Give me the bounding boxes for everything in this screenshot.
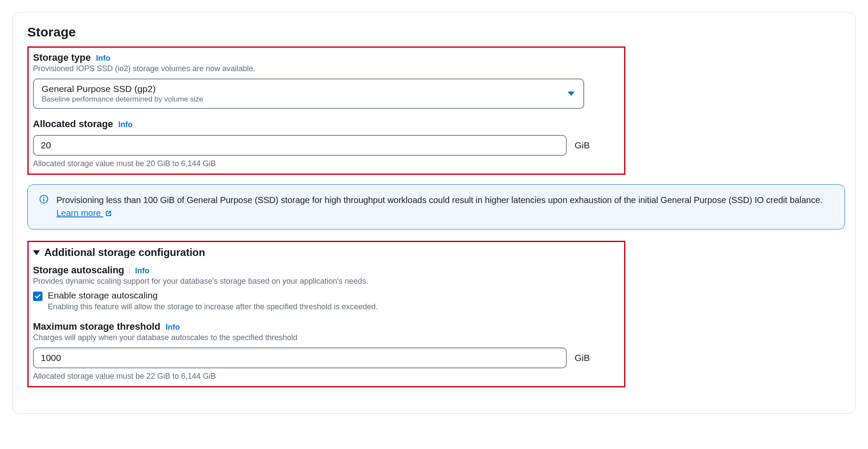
storage-type-select[interactable]: General Purpose SSD (gp2) Baseline perfo… <box>33 79 584 109</box>
max-threshold-constraint: Allocated storage value must be 22 GiB t… <box>33 372 620 381</box>
caret-down-icon <box>568 92 575 96</box>
enable-autoscaling-checkbox[interactable] <box>33 292 43 301</box>
storage-autoscaling-info-link[interactable]: Info <box>135 266 149 275</box>
storage-type-label-row: Storage type Info <box>33 52 620 63</box>
check-icon <box>34 293 41 300</box>
info-alert-body: Provisioning less than 100 GiB of Genera… <box>56 195 822 205</box>
highlight-box-bottom: Additional storage configuration Storage… <box>27 241 625 387</box>
allocated-storage-label: Allocated storage <box>33 118 113 130</box>
storage-autoscaling-label: Storage autoscaling <box>33 265 124 276</box>
storage-type-selected-main: General Purpose SSD (gp2) <box>42 84 562 94</box>
storage-type-selected-sub: Baseline performance determined by volum… <box>42 95 562 104</box>
info-alert-text: Provisioning less than 100 GiB of Genera… <box>56 193 833 220</box>
max-threshold-label-row: Maximum storage threshold Info <box>33 321 620 332</box>
additional-config-title: Additional storage configuration <box>44 246 205 259</box>
additional-config-toggle[interactable]: Additional storage configuration <box>33 246 620 259</box>
allocated-storage-constraint: Allocated storage value must be 20 GiB t… <box>33 159 620 168</box>
caret-down-icon <box>33 250 40 255</box>
enable-autoscaling-text: Enable storage autoscaling Enabling this… <box>48 290 378 311</box>
storage-type-group: Storage type Info Provisioned IOPS SSD (… <box>33 52 620 109</box>
allocated-storage-group: Allocated storage Info GiB Allocated sto… <box>33 118 620 168</box>
section-title: Storage <box>27 25 841 39</box>
storage-autoscaling-group: Storage autoscaling Info Provides dynami… <box>33 265 620 311</box>
enable-autoscaling-row: Enable storage autoscaling Enabling this… <box>33 290 620 311</box>
max-threshold-info-link[interactable]: Info <box>165 323 180 332</box>
storage-type-info-link[interactable]: Info <box>96 54 110 63</box>
storage-type-select-box[interactable]: General Purpose SSD (gp2) Baseline perfo… <box>33 79 584 109</box>
max-threshold-input-row: GiB <box>33 347 615 368</box>
max-threshold-group: Maximum storage threshold Info Charges w… <box>33 321 620 381</box>
storage-autoscaling-label-row: Storage autoscaling Info <box>33 265 620 276</box>
learn-more-link[interactable]: Learn more <box>56 208 112 218</box>
storage-panel: Storage Storage type Info Provisioned IO… <box>12 12 856 414</box>
storage-type-helper: Provisioned IOPS SSD (io2) storage volum… <box>33 64 620 73</box>
storage-type-label: Storage type <box>33 52 91 63</box>
svg-rect-2 <box>43 197 44 198</box>
divider <box>129 266 130 274</box>
enable-autoscaling-desc: Enabling this feature will allow the sto… <box>48 302 378 311</box>
enable-autoscaling-label: Enable storage autoscaling <box>48 290 378 301</box>
learn-more-label: Learn more <box>56 208 101 218</box>
external-link-icon <box>105 207 112 220</box>
storage-autoscaling-helper: Provides dynamic scaling support for you… <box>33 277 620 286</box>
allocated-storage-unit: GiB <box>575 140 590 151</box>
max-threshold-input[interactable] <box>33 347 567 368</box>
max-threshold-label: Maximum storage threshold <box>33 321 160 332</box>
highlight-box-top: Storage type Info Provisioned IOPS SSD (… <box>27 46 625 175</box>
max-threshold-helper: Charges will apply when your database au… <box>33 333 620 342</box>
max-threshold-unit: GiB <box>575 353 590 363</box>
svg-rect-1 <box>43 199 44 202</box>
allocated-storage-info-link[interactable]: Info <box>118 120 133 129</box>
allocated-storage-label-row: Allocated storage Info <box>33 118 620 130</box>
info-icon <box>39 194 49 220</box>
info-alert: Provisioning less than 100 GiB of Genera… <box>27 184 845 229</box>
allocated-storage-input[interactable] <box>33 135 567 156</box>
allocated-storage-input-row: GiB <box>33 135 615 156</box>
